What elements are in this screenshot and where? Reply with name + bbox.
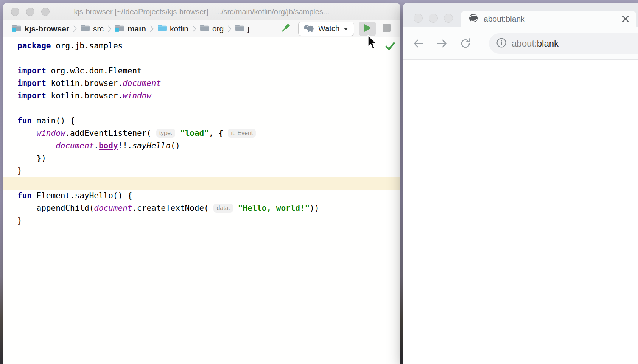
code-line <box>3 177 400 190</box>
url-text: about:blank <box>512 38 559 49</box>
stop-icon <box>383 24 391 33</box>
ide-titlebar[interactable]: kjs-browser [~/IdeaProjects/kjs-browser]… <box>3 3 400 20</box>
globe-icon <box>469 14 478 24</box>
folder-icon <box>12 24 22 33</box>
code-line <box>3 102 400 115</box>
folder-icon <box>200 24 209 33</box>
breadcrumb-item-main[interactable]: main <box>115 24 146 33</box>
breadcrumb-item-j[interactable]: j <box>235 24 249 33</box>
chevron-right-icon <box>192 25 196 33</box>
code-line: fun main() { <box>3 115 400 127</box>
code-line: import org.w3c.dom.Element <box>3 65 400 77</box>
window-title: kjs-browser [~/IdeaProjects/kjs-browser]… <box>3 3 400 20</box>
chevron-right-icon <box>227 25 232 33</box>
code-line: } <box>3 165 400 177</box>
back-button[interactable] <box>412 37 425 50</box>
chevron-right-icon <box>149 25 154 33</box>
run-configuration-label: Watch <box>318 24 339 33</box>
folder-icon <box>235 24 244 33</box>
gradle-elephant-icon <box>304 23 314 34</box>
minimize-button[interactable] <box>429 14 438 23</box>
run-button[interactable] <box>359 22 376 36</box>
breadcrumb-item-org[interactable]: org <box>200 24 224 33</box>
parameter-hint: it: Event <box>228 129 256 138</box>
code-line: window.addEventListener( type: "load", {… <box>3 127 400 140</box>
folder-icon <box>81 24 90 33</box>
reload-button[interactable] <box>459 37 472 50</box>
breadcrumb-item-src[interactable]: src <box>81 24 104 33</box>
code-line: } <box>3 215 400 227</box>
code-line: appendChild(document.createTextNode( dat… <box>3 202 400 215</box>
code-editor[interactable]: package org.jb.samplesimport org.w3c.dom… <box>3 37 400 364</box>
inspections-status-button[interactable] <box>385 42 395 52</box>
info-icon[interactable] <box>496 38 506 49</box>
tab-close-button[interactable] <box>621 14 630 24</box>
parameter-hint: type: <box>156 129 176 138</box>
folder-icon <box>115 24 124 33</box>
code-lines: package org.jb.samplesimport org.w3c.dom… <box>3 40 400 227</box>
url-path: blank <box>537 38 559 48</box>
tab-title: about:blank <box>484 14 621 23</box>
code-line: fun Element.sayHello() { <box>3 190 400 202</box>
breadcrumb: kjs-browsersrcmainkotlinorgj <box>12 24 249 33</box>
zoom-button[interactable] <box>444 14 453 23</box>
run-toolbar: Watch <box>279 22 394 36</box>
url-scheme: about: <box>512 38 537 48</box>
code-line <box>3 52 400 65</box>
browser-window: about:blank <box>403 3 638 364</box>
browser-toolbar: about:blank <box>403 27 638 60</box>
browser-tabstrip[interactable]: about:blank <box>403 3 638 27</box>
address-bar[interactable]: about:blank <box>489 33 638 54</box>
forward-button[interactable] <box>435 37 449 50</box>
navigation-bar: kjs-browsersrcmainkotlinorgj <box>3 20 400 37</box>
chevron-right-icon <box>73 25 77 33</box>
code-line: package org.jb.samples <box>3 40 400 52</box>
page-content <box>403 60 638 364</box>
code-line: import kotlin.browser.window <box>3 90 400 102</box>
code-line: import kotlin.browser.document <box>3 77 400 90</box>
build-button[interactable] <box>279 22 292 36</box>
run-configuration-select[interactable]: Watch <box>298 22 354 36</box>
code-line: document.body!!.sayHello() <box>3 140 400 152</box>
breadcrumb-item-kotlin[interactable]: kotlin <box>157 24 188 33</box>
folder-icon <box>157 24 167 33</box>
checkmark-icon <box>385 45 395 51</box>
play-icon <box>363 23 372 34</box>
code-line: }) <box>3 152 400 165</box>
hammer-icon <box>280 22 291 35</box>
stop-button[interactable] <box>379 22 394 36</box>
browser-tab[interactable]: about:blank <box>461 11 636 27</box>
ide-window: kjs-browser [~/IdeaProjects/kjs-browser]… <box>3 3 400 364</box>
parameter-hint: data: <box>213 204 233 213</box>
close-button[interactable] <box>414 14 423 23</box>
chevron-right-icon <box>107 25 112 33</box>
chevron-down-icon <box>343 25 349 32</box>
breadcrumb-item-kjs-browser[interactable]: kjs-browser <box>12 24 69 33</box>
